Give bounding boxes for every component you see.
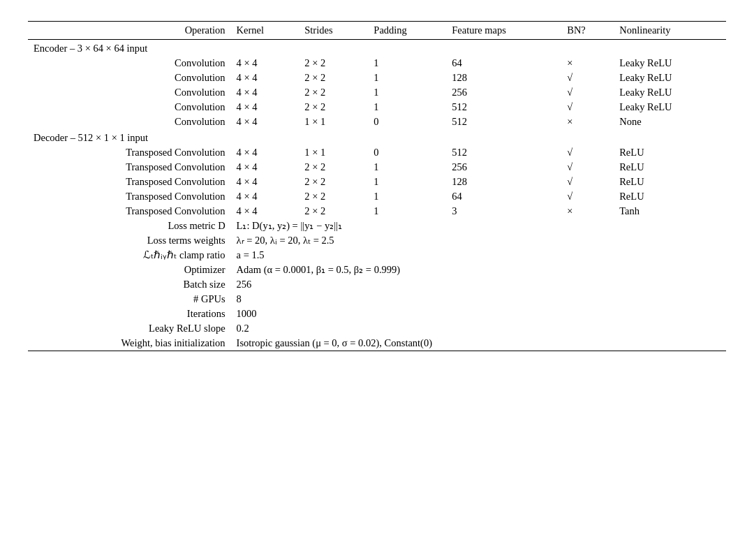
kernel-cell: 4 × 4 — [231, 189, 300, 204]
decoder-header-cell: Decoder – 512 × 1 × 1 input — [28, 129, 726, 145]
strides-cell: 2 × 2 — [299, 71, 368, 85]
op-cell: Convolution — [28, 85, 231, 100]
encoder-header-cell: Encoder – 3 × 64 × 64 input — [28, 40, 726, 57]
config-label-cell: Loss terms weights — [28, 233, 231, 248]
strides-cell: 2 × 2 — [299, 204, 368, 219]
padding-cell: 1 — [368, 175, 446, 189]
bn-cell: √ — [561, 71, 614, 85]
strides-cell: 2 × 2 — [299, 160, 368, 175]
padding-cell: 1 — [368, 56, 446, 71]
table-row: Transposed Convolution 4 × 4 2 × 2 1 256… — [28, 160, 726, 175]
feat-cell: 256 — [446, 160, 561, 175]
nonlin-cell: Leaky ReLU — [614, 71, 726, 85]
table-row: Transposed Convolution 4 × 4 2 × 2 1 3 ×… — [28, 204, 726, 219]
strides-cell: 1 × 1 — [299, 145, 368, 160]
config-row: Loss metric D L₁: D(y₁, y₂) = ||y₁ − y₂|… — [28, 219, 726, 233]
kernel-cell: 4 × 4 — [231, 56, 300, 71]
table-row: Transposed Convolution 4 × 4 2 × 2 1 64 … — [28, 189, 726, 204]
strides-cell: 2 × 2 — [299, 85, 368, 100]
padding-cell: 1 — [368, 71, 446, 85]
config-label-cell: Weight, bias initialization — [28, 336, 231, 351]
feat-cell: 128 — [446, 71, 561, 85]
bn-cell: × — [561, 56, 614, 71]
config-label-cell: Leaky ReLU slope — [28, 321, 231, 336]
hyperparameter-table: Operation Kernel Strides Padding Feature… — [28, 21, 726, 351]
decoder-header-row: Decoder – 512 × 1 × 1 input — [28, 129, 726, 145]
main-container: Operation Kernel Strides Padding Feature… — [28, 21, 726, 351]
feat-cell: 256 — [446, 85, 561, 100]
nonlin-cell: ReLU — [614, 175, 726, 189]
kernel-cell: 4 × 4 — [231, 145, 300, 160]
padding-cell: 1 — [368, 100, 446, 115]
kernel-cell: 4 × 4 — [231, 71, 300, 85]
nonlin-cell: ReLU — [614, 145, 726, 160]
nonlin-cell: Leaky ReLU — [614, 56, 726, 71]
strides-cell: 2 × 2 — [299, 56, 368, 71]
config-row: # GPUs 8 — [28, 292, 726, 307]
table-row: Convolution 4 × 4 2 × 2 1 64 × Leaky ReL… — [28, 56, 726, 71]
feat-cell: 3 — [446, 204, 561, 219]
config-value-cell: a = 1.5 — [231, 248, 726, 263]
op-cell: Convolution — [28, 100, 231, 115]
bn-cell: √ — [561, 85, 614, 100]
config-value-cell: λᵣ = 20, λᵢ = 20, λₜ = 2.5 — [231, 233, 726, 248]
bn-cell: √ — [561, 175, 614, 189]
kernel-cell: 4 × 4 — [231, 160, 300, 175]
config-value-cell: 0.2 — [231, 321, 726, 336]
nonlin-cell: None — [614, 115, 726, 129]
config-label-cell: Batch size — [28, 277, 231, 292]
config-label-cell: Optimizer — [28, 263, 231, 277]
config-row: Loss terms weights λᵣ = 20, λᵢ = 20, λₜ … — [28, 233, 726, 248]
kernel-cell: 4 × 4 — [231, 204, 300, 219]
op-cell: Transposed Convolution — [28, 189, 231, 204]
config-value-cell: 1000 — [231, 307, 726, 321]
config-row: Leaky ReLU slope 0.2 — [28, 321, 726, 336]
nonlin-cell: Leaky ReLU — [614, 85, 726, 100]
config-value-cell: Isotropic gaussian (μ = 0, σ = 0.02), Co… — [231, 336, 726, 351]
col-bn: BN? — [561, 22, 614, 40]
kernel-cell: 4 × 4 — [231, 115, 300, 129]
encoder-header-row: Encoder – 3 × 64 × 64 input — [28, 40, 726, 57]
config-row: Optimizer Adam (α = 0.0001, β₁ = 0.5, β₂… — [28, 263, 726, 277]
table-row: Convolution 4 × 4 2 × 2 1 512 √ Leaky Re… — [28, 100, 726, 115]
bn-cell: √ — [561, 100, 614, 115]
table-row: Convolution 4 × 4 2 × 2 1 128 √ Leaky Re… — [28, 71, 726, 85]
op-cell: Transposed Convolution — [28, 175, 231, 189]
table-row: Convolution 4 × 4 1 × 1 0 512 × None — [28, 115, 726, 129]
col-operation: Operation — [28, 22, 231, 40]
strides-cell: 1 × 1 — [299, 115, 368, 129]
strides-cell: 2 × 2 — [299, 189, 368, 204]
col-kernel: Kernel — [231, 22, 300, 40]
bn-cell: × — [561, 204, 614, 219]
op-cell: Transposed Convolution — [28, 160, 231, 175]
nonlin-cell: ReLU — [614, 189, 726, 204]
nonlin-cell: Leaky ReLU — [614, 100, 726, 115]
table-header-row: Operation Kernel Strides Padding Feature… — [28, 22, 726, 40]
bn-cell: √ — [561, 189, 614, 204]
col-nonlinearity: Nonlinearity — [614, 22, 726, 40]
padding-cell: 1 — [368, 204, 446, 219]
feat-cell: 128 — [446, 175, 561, 189]
config-label-cell: ℒₜℏᵢᵧℏₜ clamp ratio — [28, 248, 231, 263]
col-feature-maps: Feature maps — [446, 22, 561, 40]
op-cell: Convolution — [28, 56, 231, 71]
config-row: ℒₜℏᵢᵧℏₜ clamp ratio a = 1.5 — [28, 248, 726, 263]
nonlin-cell: ReLU — [614, 160, 726, 175]
config-label-cell: # GPUs — [28, 292, 231, 307]
config-row: Weight, bias initialization Isotropic ga… — [28, 336, 726, 351]
kernel-cell: 4 × 4 — [231, 175, 300, 189]
feat-cell: 512 — [446, 100, 561, 115]
feat-cell: 512 — [446, 145, 561, 160]
strides-cell: 2 × 2 — [299, 175, 368, 189]
kernel-cell: 4 × 4 — [231, 85, 300, 100]
padding-cell: 1 — [368, 160, 446, 175]
config-row: Iterations 1000 — [28, 307, 726, 321]
bn-cell: √ — [561, 145, 614, 160]
op-cell: Transposed Convolution — [28, 204, 231, 219]
config-row: Batch size 256 — [28, 277, 726, 292]
bn-cell: √ — [561, 160, 614, 175]
op-cell: Convolution — [28, 71, 231, 85]
bn-cell: × — [561, 115, 614, 129]
op-cell: Transposed Convolution — [28, 145, 231, 160]
op-cell: Convolution — [28, 115, 231, 129]
